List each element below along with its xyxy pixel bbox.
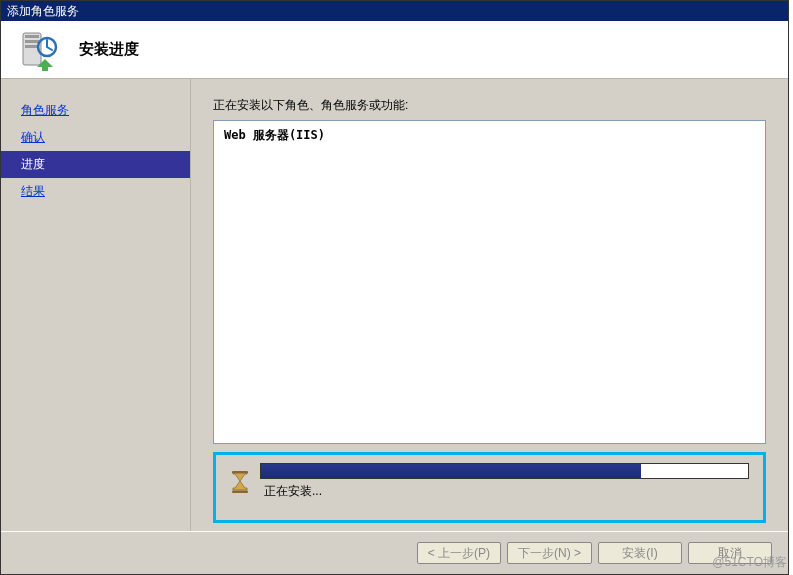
sidebar-item-label: 进度	[21, 157, 45, 171]
wizard-window: 添加角色服务 安装进度 角色服务 确认 进度	[0, 0, 789, 575]
sidebar-item-label: 结果	[21, 184, 45, 198]
list-item: Web 服务器(IIS)	[224, 127, 755, 144]
sidebar-item-results[interactable]: 结果	[1, 178, 190, 205]
roles-list: Web 服务器(IIS)	[213, 120, 766, 444]
titlebar: 添加角色服务	[1, 1, 788, 21]
content-area: 正在安装以下角色、角色服务或功能: Web 服务器(IIS)	[191, 79, 788, 531]
progress-fill	[261, 464, 641, 478]
sidebar-item-label: 确认	[21, 130, 45, 144]
next-button: 下一步(N) >	[507, 542, 592, 564]
svg-rect-2	[25, 40, 39, 43]
progress-text: 正在安装...	[260, 483, 749, 500]
window-title: 添加角色服务	[7, 3, 79, 20]
prev-button: < 上一步(P)	[417, 542, 501, 564]
sidebar-item-role-services[interactable]: 角色服务	[1, 97, 190, 124]
progress-panel: 正在安装...	[213, 452, 766, 523]
install-button: 安装(I)	[598, 542, 682, 564]
svg-rect-5	[232, 471, 248, 474]
wizard-header: 安装进度	[1, 21, 788, 79]
progress-bar	[260, 463, 749, 479]
installing-label: 正在安装以下角色、角色服务或功能:	[213, 97, 766, 114]
sidebar-item-progress[interactable]: 进度	[1, 151, 190, 178]
svg-rect-1	[25, 35, 39, 38]
watermark: @51CTO博客	[712, 554, 787, 571]
server-role-icon	[17, 29, 59, 71]
wizard-body: 角色服务 确认 进度 结果 正在安装以下角色、角色服务或功能: Web 服务器(…	[1, 79, 788, 531]
hourglass-icon	[230, 470, 250, 494]
svg-rect-6	[232, 490, 248, 493]
sidebar: 角色服务 确认 进度 结果	[1, 79, 191, 531]
sidebar-item-confirm[interactable]: 确认	[1, 124, 190, 151]
sidebar-item-label: 角色服务	[21, 103, 69, 117]
page-title: 安装进度	[79, 40, 139, 59]
wizard-footer: < 上一步(P) 下一步(N) > 安装(I) 取消	[1, 531, 788, 574]
